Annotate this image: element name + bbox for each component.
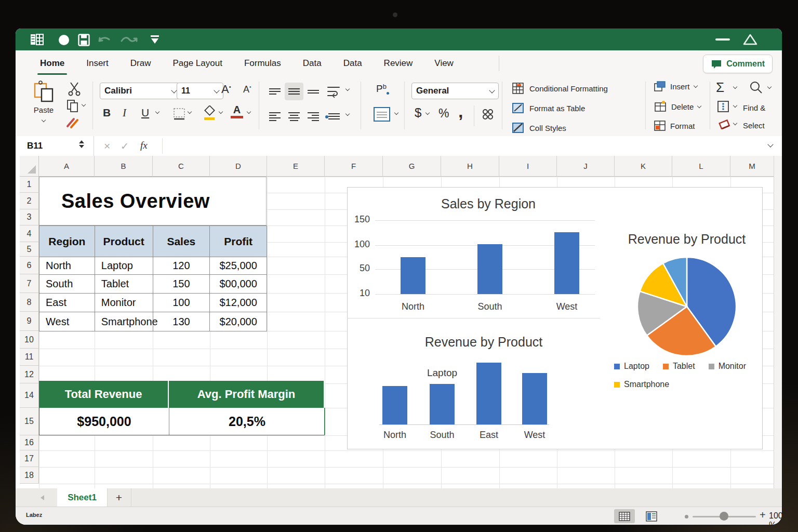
table-cell[interactable]: Tablet bbox=[95, 275, 153, 294]
table-cell[interactable]: East bbox=[39, 294, 95, 312]
conditional-formatting-button[interactable]: Conditional Formatting bbox=[512, 81, 608, 96]
bar-east[interactable] bbox=[476, 363, 501, 424]
search-dropdown-icon[interactable] bbox=[767, 85, 772, 89]
column-header-L[interactable]: L bbox=[672, 156, 730, 177]
clear-eraser-icon[interactable] bbox=[718, 119, 732, 130]
tab-view[interactable]: View bbox=[423, 50, 464, 76]
autosum-dropdown-icon[interactable] bbox=[733, 85, 737, 89]
redo-icon[interactable] bbox=[121, 35, 138, 44]
underline-dropdown-icon[interactable] bbox=[155, 110, 159, 114]
normal-view-button[interactable] bbox=[614, 509, 635, 523]
format-as-table-button[interactable]: Format as Table bbox=[512, 100, 585, 116]
decrease-font-button[interactable]: A• bbox=[243, 84, 251, 95]
align-top-button[interactable] bbox=[266, 84, 284, 99]
comma-button[interactable]: , bbox=[458, 101, 463, 122]
comment-button[interactable]: Comment bbox=[703, 55, 773, 73]
tab-insert[interactable]: Insert bbox=[75, 50, 119, 76]
align-middle-button[interactable] bbox=[285, 83, 303, 100]
format-cells-button[interactable]: Format bbox=[654, 120, 695, 131]
tab-formulas[interactable]: Formulas bbox=[233, 50, 292, 76]
column-header-I[interactable]: I bbox=[499, 156, 557, 177]
column-header-J[interactable]: J bbox=[557, 156, 615, 177]
table-cell[interactable]: 120 bbox=[153, 257, 210, 275]
copy-icon[interactable] bbox=[66, 99, 79, 113]
tab-draw[interactable]: Draw bbox=[119, 50, 162, 76]
table-cell[interactable]: $00,000 bbox=[210, 275, 267, 294]
align-bottom-button[interactable] bbox=[304, 84, 322, 99]
fill-color-icon[interactable] bbox=[203, 105, 216, 121]
bar-south[interactable] bbox=[430, 384, 455, 424]
row-header-8[interactable]: 8 bbox=[20, 293, 39, 312]
decimal-icon[interactable] bbox=[481, 108, 495, 121]
font-color-button[interactable]: A bbox=[231, 104, 243, 118]
column-header-H[interactable]: H bbox=[441, 156, 499, 177]
increase-font-button[interactable]: A• bbox=[221, 83, 231, 96]
column-header-F[interactable]: F bbox=[325, 156, 383, 177]
search-icon[interactable] bbox=[749, 81, 763, 94]
maximize-button[interactable] bbox=[742, 33, 758, 46]
legend-item-monitor[interactable]: Monitor bbox=[709, 362, 746, 371]
copy-dropdown-icon[interactable] bbox=[82, 102, 86, 107]
orientation-button[interactable]: Pb bbox=[376, 83, 389, 95]
wrap-text-dropdown-icon[interactable] bbox=[345, 87, 350, 91]
percent-button[interactable]: % bbox=[438, 107, 449, 121]
select-label[interactable]: Select bbox=[743, 121, 765, 130]
column-header-A[interactable]: A bbox=[39, 156, 95, 177]
vertical-scrollbar[interactable] bbox=[774, 156, 782, 488]
fill-color-dropdown-icon[interactable] bbox=[219, 110, 223, 114]
formula-bar-expand-icon[interactable] bbox=[767, 141, 773, 147]
row-header-3[interactable]: 3 bbox=[20, 209, 39, 225]
merge-center-icon[interactable] bbox=[373, 107, 391, 122]
number-format-select[interactable]: General bbox=[411, 83, 499, 99]
row-header-10[interactable]: 10 bbox=[20, 331, 39, 349]
paste-button[interactable]: Paste bbox=[27, 81, 60, 124]
quick-access-dropdown-icon[interactable] bbox=[150, 35, 160, 45]
row-header-7[interactable]: 7 bbox=[20, 274, 39, 293]
row-header-17[interactable]: 17 bbox=[20, 450, 39, 467]
align-center-button[interactable] bbox=[285, 109, 303, 124]
bar-north[interactable] bbox=[401, 257, 425, 294]
page-layout-view-button[interactable] bbox=[641, 509, 662, 523]
table-cell[interactable]: 150 bbox=[153, 275, 210, 294]
table-cell[interactable]: $20,000 bbox=[210, 312, 267, 331]
format-painter-icon[interactable] bbox=[65, 117, 81, 129]
tab-data[interactable]: Data bbox=[292, 50, 332, 76]
row-header-15[interactable]: 15 bbox=[20, 408, 39, 435]
currency-dropdown-icon[interactable] bbox=[425, 111, 430, 115]
column-header-C[interactable]: C bbox=[153, 156, 210, 177]
row-header-11[interactable]: 11 bbox=[20, 349, 39, 366]
font-name-select[interactable]: Calibri bbox=[100, 83, 181, 99]
save-icon[interactable] bbox=[78, 34, 90, 46]
zoom-in-button[interactable]: + bbox=[760, 509, 766, 521]
table-cell[interactable]: 130 bbox=[153, 312, 210, 331]
table-cell[interactable]: Monitor bbox=[95, 294, 153, 312]
row-header-14[interactable]: 14 bbox=[20, 383, 39, 408]
worksheet-grid[interactable]: ABCDEFGHIJKLM1234567891011121415161718Sa… bbox=[16, 156, 782, 488]
table-cell[interactable]: West bbox=[39, 312, 95, 331]
table-cell[interactable]: $12,000 bbox=[210, 294, 267, 312]
formula-input[interactable] bbox=[167, 136, 761, 156]
table-cell[interactable]: 100 bbox=[153, 294, 210, 312]
table-cell[interactable]: South bbox=[39, 275, 95, 294]
bar-north[interactable] bbox=[382, 386, 407, 424]
delete-cells-button[interactable]: Delete bbox=[654, 100, 701, 113]
tab-home[interactable]: Home bbox=[29, 50, 75, 76]
find-label[interactable]: Find & bbox=[743, 103, 765, 112]
name-box[interactable]: B11 bbox=[16, 136, 94, 156]
row-header-18[interactable]: 18 bbox=[20, 467, 39, 484]
merge-dropdown-icon[interactable] bbox=[394, 111, 398, 115]
borders-icon[interactable] bbox=[173, 108, 185, 120]
row-header-12[interactable]: 12 bbox=[20, 366, 39, 383]
align-right-button[interactable] bbox=[304, 109, 322, 124]
column-header-K[interactable]: K bbox=[615, 156, 672, 177]
sheet-nav-prev-icon[interactable] bbox=[41, 495, 44, 500]
row-header-1[interactable]: 1 bbox=[20, 177, 39, 193]
add-sheet-button[interactable]: + bbox=[107, 488, 131, 507]
tab-review[interactable]: Review bbox=[373, 50, 424, 76]
column-header-B[interactable]: B bbox=[95, 156, 153, 177]
fill-options-dropdown-icon[interactable] bbox=[733, 103, 737, 108]
indent-button[interactable] bbox=[325, 109, 343, 124]
record-circle-icon[interactable] bbox=[58, 34, 70, 46]
row-header-9[interactable]: 9 bbox=[20, 312, 39, 331]
borders-dropdown-icon[interactable] bbox=[188, 110, 192, 114]
